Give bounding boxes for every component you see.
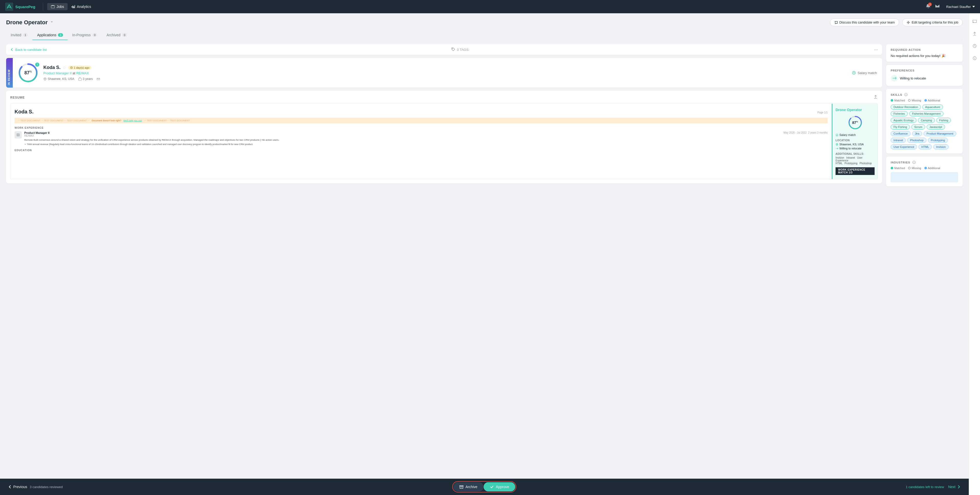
email-meta[interactable] [97, 77, 100, 81]
nav-jobs[interactable]: Jobs [47, 3, 68, 10]
resume-preview: Koda S. Page 1/1 ⋯ TEST DOCUMENT ⋯ TEST … [10, 104, 878, 179]
skills-legend: Matched Missing Additional [891, 99, 958, 102]
job-entry: Product Manager II May 2020 - Jul 2022 2… [14, 131, 828, 146]
skill-confluence: Confluence [891, 131, 911, 136]
right-panel: REQUIRED ACTION No required actions for … [886, 44, 963, 204]
remaining-count: 1 candidates left to review [906, 485, 944, 489]
back-to-list[interactable]: Back to candidate list [10, 48, 47, 52]
score-info-icon[interactable]: ? [35, 62, 39, 67]
skills-info-icon[interactable] [904, 93, 907, 96]
skill-aquatic-ecology: Aquatic Ecology [891, 118, 916, 123]
tab-in-progress[interactable]: In-Progress 0 [68, 30, 102, 40]
nav-analytics-label: Analytics [77, 5, 91, 9]
candidate-toolbar: Back to candidate list 0 TAGS: ··· [6, 44, 882, 55]
left-column: Back to candidate list 0 TAGS: ··· In Re… [6, 44, 882, 204]
messages-icon[interactable] [935, 3, 940, 10]
comment-icon[interactable] [970, 18, 979, 26]
skill-aquaculture: Aquaculture [922, 104, 943, 110]
notification-icon[interactable]: 1 [926, 3, 931, 10]
industries-info-icon[interactable] [912, 161, 916, 164]
brand-name: SquarePeg [15, 5, 35, 9]
nav-analytics[interactable]: Analytics [68, 3, 95, 10]
info-icon[interactable] [970, 54, 979, 62]
resume-job-title: Drone Operator [835, 108, 875, 112]
relocate-value: Willing to relocate [835, 147, 875, 150]
small-score-circle: 87% [848, 115, 863, 130]
skills-tags: Outdoor Recreation Aquaculture Fisheries… [891, 104, 958, 149]
reviewed-count: 3 candidates reviewed [30, 485, 62, 489]
tags-label: 0 TAGS: [457, 48, 469, 52]
candidate-card: In Review [6, 58, 882, 88]
skill-intranet: Intranet [891, 138, 906, 143]
previous-button[interactable]: Previous [8, 485, 27, 489]
bottom-bar: Previous 3 candidates reviewed Archive A… [0, 479, 969, 495]
relocate-icon [891, 75, 898, 82]
upload-resume-button[interactable] [873, 95, 878, 101]
approve-button[interactable]: Approve [484, 482, 515, 492]
job-title: Product Manager II [24, 131, 49, 134]
watermark-help-link[interactable]: We'll help you out! [123, 119, 142, 122]
svg-point-11 [853, 71, 856, 74]
job-company: RE/MAX [24, 134, 828, 137]
location-value: Shawnee, KS, USA [835, 143, 875, 146]
skill-scrum: Scrum [912, 125, 925, 129]
resume-right-panel: Drone Operator [832, 104, 878, 179]
job-company-icon [14, 131, 22, 139]
location-meta: Shawnee, KS, USA [43, 77, 74, 81]
resume-section: RESUME Koda S. Page 1/1 [6, 91, 882, 184]
favorite-star-icon[interactable]: ☆ [62, 65, 66, 70]
tab-applications[interactable]: Applications 3 [32, 30, 68, 40]
svg-rect-9 [79, 78, 81, 80]
share-icon[interactable] [970, 30, 979, 38]
required-action-card: REQUIRED ACTION No required actions for … [886, 44, 963, 62]
content-grid: Back to candidate list 0 TAGS: ··· In Re… [6, 44, 963, 204]
brand-logo[interactable]: SquarePeg [5, 3, 35, 11]
skill-fly-fishing: Fly Fishing [891, 125, 910, 129]
page-title-chevron[interactable] [50, 20, 54, 25]
additional-skills-list: Invision Intranet User Experience HTML P… [835, 156, 875, 165]
preferences-card: PREFERENCES Willing to relocate [886, 65, 963, 86]
history-icon[interactable] [970, 42, 979, 50]
resume-title: RESUME [10, 96, 25, 99]
industries-card: INDUSTRIES Matched Missing Additional [886, 156, 963, 187]
job-dates: May 2020 - Jul 2022 2 years 3 months [783, 131, 828, 134]
page-indicator: Page 1/1 [818, 111, 828, 114]
next-button[interactable]: Next [948, 485, 961, 489]
skill-fishing: Fishing [936, 118, 951, 123]
resume-name: Koda S. [14, 109, 33, 115]
svg-point-4 [452, 48, 453, 49]
svg-rect-0 [5, 3, 13, 11]
skill-fisheries: Fisheries [891, 111, 908, 116]
required-action-text: No required actions for you today! 🎉 [891, 54, 958, 58]
archive-button[interactable]: Archive [453, 482, 484, 492]
experience-meta: 3 years [78, 77, 93, 81]
tab-invited[interactable]: Invited 1 [6, 30, 32, 40]
skill-invision: Invision [933, 144, 948, 149]
user-menu[interactable]: Rachael Stauffer [946, 5, 975, 9]
job-bullet: 7MM annual revenue )Regularly lead cross… [24, 143, 828, 146]
skill-outdoor-recreation: Outdoor Recreation [891, 104, 921, 110]
skill-jira: Jira [912, 131, 922, 136]
industries-legend: Matched Missing Additional [891, 166, 958, 169]
user-name: Rachael Stauffer [946, 5, 971, 9]
work-exp-match-label: WORK EXPERIENCE MATCH 1/3 [835, 167, 875, 175]
edit-targeting-button[interactable]: Edit targeting criteria for this job [902, 18, 963, 26]
location-label: LOCATION [835, 139, 875, 142]
work-exp-title: WORK EXPERIENCE [14, 126, 828, 129]
salary-match: Salary match [852, 71, 877, 75]
more-options-button[interactable]: ··· [874, 47, 878, 52]
skill-product-management: Product Management [924, 131, 956, 136]
tabs-row: Invited 1 Applications 3 In-Progress 0 A… [6, 30, 963, 40]
skill-fisheries-management: Fisheries Management [909, 111, 943, 116]
skills-card: SKILLS Matched Missing Additional Outdoo… [886, 89, 963, 153]
skill-photoshop: Photoshop [907, 138, 926, 143]
watermark-help-text: Document doesn't look right? [92, 119, 121, 122]
skill-camping: Camping [918, 118, 935, 123]
top-navigation: SquarePeg Jobs Analytics 1 Rachael Stauf… [0, 0, 980, 13]
watermark-bar: ⋯ TEST DOCUMENT ⋯ TEST DOCUMENT ⋯ TEST D… [14, 118, 828, 123]
discuss-candidate-button[interactable]: Discuss this candidate with your team [830, 18, 899, 26]
candidate-role: Product Manager II at RE/MAX [43, 71, 847, 75]
tab-archived[interactable]: Archived 0 [102, 30, 132, 40]
candidate-name: Koda S. [43, 65, 60, 70]
notification-badge: 1 [928, 3, 932, 6]
